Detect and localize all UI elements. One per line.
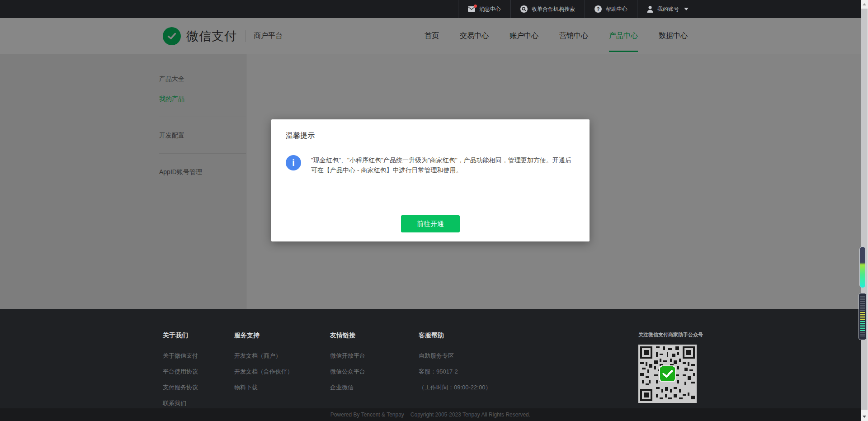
footer-heading: 客服帮助 <box>419 331 638 340</box>
help-icon: ? <box>594 5 602 13</box>
topbar-item-message-center[interactable]: 消息中心 <box>458 0 510 18</box>
copyright-bar: Powered By Tencent & Tenpay Copyright 20… <box>0 408 861 421</box>
topbar: 消息中心 收单合作机构搜索 ? 帮助中心 我的账号 <box>0 0 861 18</box>
user-icon <box>647 5 653 13</box>
footer-link-material-download[interactable]: 物料下载 <box>234 383 330 392</box>
ribbed-stripes-gray-top <box>860 296 865 312</box>
qr-label: 关注微信支付商家助手公众号 <box>638 331 698 338</box>
scrollbar-thumb[interactable] <box>861 9 868 410</box>
scrollbar-up-button[interactable] <box>861 0 868 9</box>
qr-code-image <box>638 345 697 403</box>
footer-heading: 友情链接 <box>330 331 419 340</box>
footer-heading: 关于我们 <box>163 331 234 340</box>
footer-service-hours: （工作时间：09:00-22:00） <box>419 383 638 392</box>
footer-link-wechat-official-platform[interactable]: 微信公众平台 <box>330 368 419 376</box>
topbar-item-label: 收单合作机构搜索 <box>532 5 575 13</box>
topbar-item-acquirer-search[interactable]: 收单合作机构搜索 <box>510 0 585 18</box>
footer-link-wechat-open-platform[interactable]: 微信开放平台 <box>330 352 419 360</box>
footer-link-dev-docs-merchant[interactable]: 开发文档（商户） <box>234 352 330 360</box>
footer-col-links: 友情链接 微信开放平台 微信公众平台 企业微信 <box>330 331 419 415</box>
modal-footer: 前往开通 <box>271 206 590 241</box>
scrollbar <box>861 0 868 421</box>
footer-link-about-wechatpay[interactable]: 关于微信支付 <box>163 352 234 360</box>
footer-col-support: 服务支持 开发文档（商户） 开发文档（合作伙伴） 物料下载 <box>234 331 330 415</box>
footer-service-phone: 客服：95017-2 <box>419 368 638 376</box>
modal-body: i "现金红包"、"小程序红包"产品统一升级为"商家红包"，产品功能相同，管理更… <box>271 141 590 206</box>
footer-link-payment-agreement[interactable]: 支付服务协议 <box>163 383 234 392</box>
scroll-ribbed-handle[interactable] <box>859 293 867 340</box>
footer-col-service: 客服帮助 自助服务专区 客服：95017-2 （工作时间：09:00-22:00… <box>419 331 638 415</box>
unread-badge <box>474 5 477 8</box>
footer-link-platform-agreement[interactable]: 平台使用协议 <box>163 368 234 376</box>
scroll-gradient-indicator[interactable] <box>859 246 866 288</box>
chevron-down-icon <box>684 8 689 10</box>
notice-modal: 温馨提示 i "现金红包"、"小程序红包"产品统一升级为"商家红包"，产品功能相… <box>271 119 590 241</box>
footer-col-about: 关于我们 关于微信支付 平台使用协议 支付服务协议 联系我们 <box>163 331 234 415</box>
scroll-up-icon <box>863 3 866 5</box>
powered-by-text: Powered By Tencent & Tenpay <box>330 412 404 418</box>
topbar-item-my-account[interactable]: 我的账号 <box>637 0 698 18</box>
footer-link-self-service[interactable]: 自助服务专区 <box>419 352 638 360</box>
topbar-item-label: 我的账号 <box>657 5 679 13</box>
info-icon: i <box>286 155 301 170</box>
ribbed-stripes-yellow <box>860 312 865 321</box>
modal-title: 温馨提示 <box>271 119 590 141</box>
footer-link-wecom[interactable]: 企业微信 <box>330 383 419 392</box>
topbar-item-label: 帮助中心 <box>606 5 627 13</box>
topbar-item-label: 消息中心 <box>479 5 501 13</box>
copyright-text: Copyright 2005-2023 Tenpay All Rights Re… <box>410 412 530 418</box>
footer-link-contact-us[interactable]: 联系我们 <box>163 399 234 407</box>
mail-icon <box>468 6 475 12</box>
go-activate-button[interactable]: 前往开通 <box>401 215 460 232</box>
scrollbar-down-button[interactable] <box>861 412 868 421</box>
topbar-item-help-center[interactable]: ? 帮助中心 <box>585 0 637 18</box>
ribbed-stripes-gray-bottom <box>860 332 865 337</box>
footer-link-dev-docs-partner[interactable]: 开发文档（合作伙伴） <box>234 368 330 376</box>
footer: 关于我们 关于微信支付 平台使用协议 支付服务协议 联系我们 服务支持 开发文档… <box>0 309 861 421</box>
footer-qr-block: 关注微信支付商家助手公众号 <box>638 331 698 415</box>
ribbed-stripes-teal <box>860 321 865 332</box>
footer-heading: 服务支持 <box>234 331 330 340</box>
modal-message: "现金红包"、"小程序红包"产品统一升级为"商家红包"，产品功能相同，管理更加方… <box>311 155 574 206</box>
scroll-down-icon <box>863 416 866 418</box>
search-icon <box>520 5 528 13</box>
